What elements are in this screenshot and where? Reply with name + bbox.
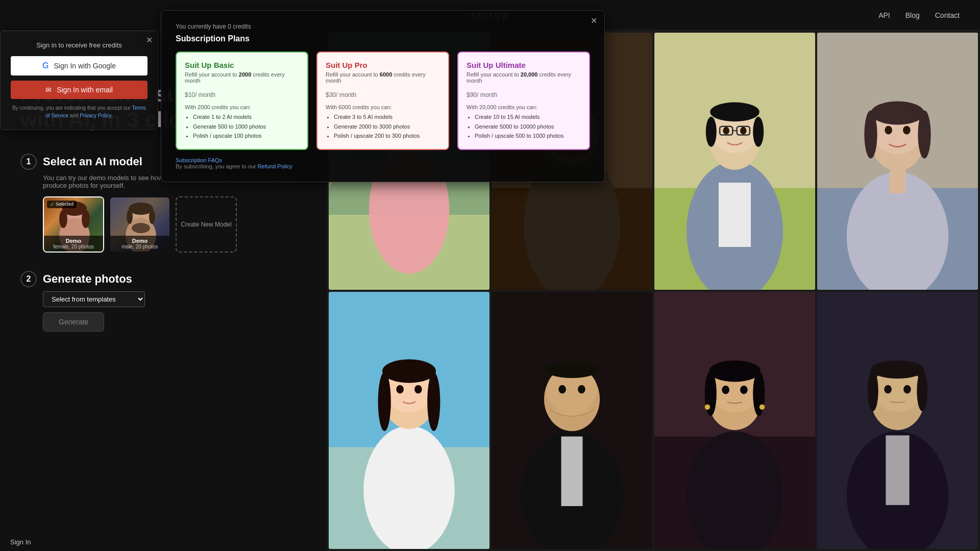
- google-signin-label: Sign In with Google: [54, 62, 116, 70]
- svg-point-89: [740, 386, 748, 394]
- plan-pro-feature-1: Create 3 to 5 AI models: [334, 112, 440, 122]
- email-signin-button[interactable]: ✉ Sign In with email: [11, 81, 148, 99]
- plan-ultimate-feature-2: Generate 5000 to 10000 photos: [475, 122, 581, 132]
- subscription-plans: Suit Up Basic Refill your account to 200…: [176, 52, 590, 150]
- photo-5-image: [329, 292, 489, 549]
- step-2-header: 2 Generate photos: [20, 271, 306, 287]
- google-signin-button[interactable]: G Sign In with Google: [11, 56, 148, 76]
- plan-basic-features-title: With 2000 credits you can:: [185, 104, 299, 110]
- svg-point-88: [722, 386, 729, 394]
- subscription-title: Subscription Plans: [176, 34, 590, 43]
- svg-point-55: [871, 101, 924, 124]
- svg-point-47: [723, 127, 729, 135]
- email-signin-label: Sign In with email: [57, 86, 113, 94]
- svg-rect-72: [561, 437, 583, 507]
- svg-point-96: [868, 370, 878, 411]
- svg-point-98: [884, 385, 892, 394]
- plan-ultimate-desc: Refill your account to 20,000 credits ev…: [467, 71, 581, 84]
- create-new-label: Create New Model: [181, 221, 231, 228]
- step-2-title: Generate photos: [43, 272, 132, 286]
- svg-point-69: [414, 385, 422, 394]
- model-card-female-name: Demo: [47, 238, 100, 244]
- nav-api[interactable]: API: [878, 11, 890, 19]
- step-1-number: 1: [20, 154, 37, 170]
- photo-6-image: [492, 292, 652, 549]
- generate-button[interactable]: Generate: [43, 312, 104, 332]
- photo-7-image: [654, 292, 815, 549]
- plan-pro[interactable]: Suit Up Pro Refill your account to 6000 …: [316, 52, 449, 150]
- svg-point-97: [917, 370, 927, 411]
- model-card-female-sub: female, 20 photos: [47, 244, 100, 249]
- svg-point-44: [710, 103, 760, 122]
- navbar-links: API Blog Contact: [878, 11, 960, 19]
- model-card-male-sub: male, 20 photos: [113, 244, 166, 249]
- plan-pro-features-title: With 6000 credits you can:: [326, 104, 440, 110]
- svg-point-65: [382, 359, 436, 383]
- plan-ultimate-feature-3: Polish / upscale 500 to 1000 photos: [475, 131, 581, 141]
- plan-pro-features: Create 3 to 5 AI models Generate 2000 to…: [326, 112, 440, 141]
- plan-ultimate-price: $90/ month: [467, 87, 581, 100]
- svg-point-68: [396, 385, 404, 394]
- svg-point-86: [705, 405, 710, 410]
- plan-ultimate-feature-1: Create 10 to 15 AI models: [475, 112, 581, 122]
- photo-8: [817, 292, 978, 549]
- svg-point-45: [706, 117, 717, 147]
- svg-point-57: [918, 110, 930, 159]
- model-card-female-label: Demo female, 20 photos: [44, 236, 103, 252]
- email-icon: ✉: [45, 86, 52, 94]
- signin-disclaimer: By continuing, you are indicating that y…: [11, 104, 148, 119]
- svg-point-46: [753, 117, 764, 147]
- svg-point-99: [903, 385, 911, 394]
- google-icon: G: [42, 61, 48, 70]
- model-card-demo-male[interactable]: Demo male, 20 photos: [109, 196, 170, 253]
- plan-basic-feature-1: Create 1 to 2 AI models: [193, 112, 299, 122]
- signin-bottom-label: Sign In: [10, 538, 31, 546]
- photo-3-image: [654, 33, 815, 290]
- template-select-container: Select from templates Business Professio…: [20, 291, 306, 307]
- privacy-policy-link[interactable]: Privacy Policy: [80, 113, 111, 118]
- plan-ultimate-features: Create 10 to 15 AI models Generate 5000 …: [467, 112, 581, 141]
- svg-point-5: [82, 210, 90, 228]
- svg-rect-92: [886, 435, 909, 505]
- selected-badge: ✓ Selected: [47, 201, 77, 208]
- plan-ultimate[interactable]: Suit Up Ultimate Refill your account to …: [457, 52, 590, 150]
- plan-basic[interactable]: Suit Up Basic Refill your account to 200…: [176, 52, 308, 150]
- photo-5: [329, 292, 489, 549]
- svg-point-95: [871, 360, 924, 379]
- plan-pro-price: $30/ month: [326, 87, 440, 100]
- subscription-close-button[interactable]: ✕: [591, 16, 597, 26]
- svg-point-11: [149, 210, 155, 224]
- plan-basic-desc: Refill your account to 2000 credits ever…: [185, 71, 299, 84]
- svg-point-77: [578, 385, 585, 394]
- photo-3: [654, 33, 815, 290]
- subscription-footer: Subscription FAQs By subscribing, you ag…: [176, 157, 590, 169]
- step-2: 2 Generate photos Select from templates …: [20, 271, 306, 332]
- plan-pro-feature-3: Polish / upscale 200 to 300 photos: [334, 131, 440, 141]
- svg-rect-38: [719, 183, 751, 247]
- plan-pro-name: Suit Up Pro: [326, 61, 440, 69]
- model-card-demo-female[interactable]: ✓ Selected Demo female, 20 photos: [43, 196, 104, 253]
- plan-basic-features: Create 1 to 2 AI models Generate 500 to …: [185, 112, 299, 141]
- photo-4-image: [817, 33, 978, 290]
- create-new-model-button[interactable]: Create New Model: [176, 196, 237, 253]
- photo-7: [654, 292, 815, 549]
- svg-point-75: [545, 361, 599, 378]
- signin-title: Sign in to receive free credits: [11, 41, 148, 49]
- step-2-number: 2: [20, 271, 37, 287]
- signin-bottom[interactable]: Sign In: [0, 533, 41, 551]
- refund-policy-link[interactable]: Refund Policy: [258, 163, 292, 169]
- svg-point-48: [740, 127, 747, 135]
- subscription-notice: You currently have 0 credits: [176, 23, 590, 30]
- subscription-faq-link[interactable]: Subscription FAQs: [176, 157, 222, 163]
- nav-blog[interactable]: Blog: [905, 11, 920, 19]
- signin-close-button[interactable]: ✕: [146, 35, 153, 45]
- svg-point-58: [885, 126, 892, 135]
- plan-basic-feature-3: Polish / upscale 100 photos: [193, 131, 299, 141]
- svg-point-83: [709, 360, 761, 382]
- plan-pro-desc: Refill your account to 6000 credits ever…: [326, 71, 440, 84]
- svg-point-62: [363, 426, 455, 549]
- step-1-title: Select an AI model: [43, 155, 142, 168]
- svg-point-76: [558, 385, 566, 394]
- nav-contact[interactable]: Contact: [935, 11, 960, 19]
- template-dropdown[interactable]: Select from templates Business Professio…: [43, 291, 145, 307]
